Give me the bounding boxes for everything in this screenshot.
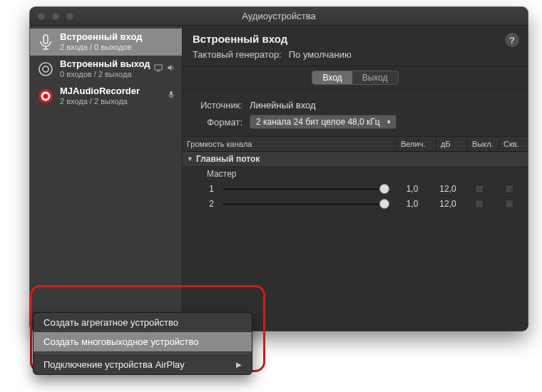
col-val: Велич. [397, 137, 436, 151]
channel-table-header: Громкость канала Велич. дБ Выкл. Скв. [183, 137, 528, 152]
titlebar[interactable]: Аудиоустройства [30, 7, 528, 26]
master-label: Мастер [207, 169, 237, 179]
val-2: 1,0 [392, 199, 432, 209]
sidebar: Встроенный вход 2 входа / 0 выходов Встр… [30, 26, 183, 331]
mute-checkbox-2[interactable] [475, 200, 484, 208]
detail-panel: Встроенный вход Тактовый генератор: По у… [183, 26, 528, 331]
tab-input[interactable]: Вход [312, 71, 352, 84]
audio-devices-window: Аудиоустройства Встроенный вход 2 входа … [30, 7, 528, 331]
menu-separator [34, 353, 252, 354]
io-tabs: Вход Выход [183, 66, 528, 90]
window-controls [37, 12, 74, 21]
window-title: Аудиоустройства [242, 11, 316, 21]
zoom-icon[interactable] [66, 12, 74, 21]
target-icon [37, 88, 54, 105]
channel-label: 1 [187, 184, 218, 194]
col-thru: Скв. [499, 137, 528, 151]
svg-point-9 [44, 94, 48, 99]
microphone-icon [37, 33, 54, 51]
device-list: Встроенный вход 2 входа / 0 выходов Встр… [30, 26, 182, 110]
channel-row-1: 1 1,0 12,0 [183, 182, 528, 197]
svg-point-3 [39, 63, 52, 76]
channel-table: ▼ Главный поток Мастер 1 1,0 12,0 2 [183, 152, 528, 212]
format-label: Формат: [193, 117, 242, 128]
stream-label: Главный поток [196, 154, 260, 164]
val-1: 1,0 [392, 184, 432, 194]
menu-create-multioutput[interactable]: Создать многовыходное устройство [34, 332, 252, 351]
add-device-menu: Создать агрегатное устройство Создать мн… [33, 312, 252, 375]
disclosure-icon[interactable]: ▼ [187, 155, 193, 163]
detail-title: Встроенный вход [193, 33, 518, 45]
format-select[interactable]: 2 канала 24 бит целое 48,0 кГц ▲▼ [250, 115, 397, 129]
master-row: Мастер [183, 167, 528, 182]
db-2: 12,0 [432, 199, 464, 209]
source-label: Источник: [193, 100, 242, 110]
source-value[interactable]: Линейный вход [250, 100, 316, 110]
device-name: Встроенный вход [60, 32, 142, 43]
channel-row-2: 2 1,0 12,0 [183, 197, 528, 212]
menu-create-aggregate[interactable]: Создать агрегатное устройство [34, 313, 252, 332]
slider-knob[interactable] [379, 199, 389, 209]
device-sub: 0 входов / 2 выхода [60, 70, 150, 79]
device-builtin-input[interactable]: Встроенный вход 2 входа / 0 выходов [30, 29, 182, 56]
col-name: Громкость канала [183, 137, 397, 151]
speaker-icon [37, 61, 54, 78]
content: Встроенный вход 2 входа / 0 выходов Встр… [30, 26, 528, 331]
svg-point-4 [43, 66, 48, 72]
slider-knob[interactable] [379, 184, 389, 194]
svg-rect-0 [44, 35, 48, 43]
db-1: 12,0 [432, 184, 464, 194]
minimize-icon[interactable] [51, 12, 60, 21]
device-name: Встроенный выход [60, 59, 150, 70]
device-builtin-output[interactable]: Встроенный выход 0 входов / 2 выхода [30, 56, 182, 83]
submenu-arrow-icon: ▶ [236, 361, 242, 368]
clock-value[interactable]: По умолчанию [289, 49, 352, 60]
channel-label: 2 [187, 199, 218, 209]
mute-checkbox-1[interactable] [475, 185, 484, 193]
close-icon[interactable] [37, 12, 46, 21]
stream-row[interactable]: ▼ Главный поток [183, 152, 528, 167]
help-button[interactable]: ? [505, 33, 519, 47]
device-sub: 2 входа / 0 выходов [60, 43, 142, 52]
thru-checkbox-2[interactable] [505, 200, 513, 208]
menu-airplay-label: Подключение устройства AirPlay [44, 359, 185, 370]
tab-output[interactable]: Выход [352, 71, 398, 84]
sound-icon [166, 63, 176, 76]
mic-indicator-icon [166, 90, 176, 103]
display-icon [153, 63, 163, 76]
col-db: дБ [436, 137, 468, 151]
menu-airplay[interactable]: Подключение устройства AirPlay ▶ [34, 355, 252, 374]
volume-slider-2[interactable] [218, 203, 392, 205]
col-mute: Выкл. [468, 137, 499, 151]
volume-slider-1[interactable] [218, 188, 392, 190]
device-sub: 2 входа / 2 выхода [60, 97, 140, 106]
device-name: MJAudioRecorder [60, 86, 140, 97]
device-mjaudiorecorder[interactable]: MJAudioRecorder 2 входа / 2 выхода [30, 83, 182, 110]
thru-checkbox-1[interactable] [505, 185, 513, 193]
format-value: 2 канала 24 бит целое 48,0 кГц [256, 117, 380, 127]
svg-rect-5 [155, 65, 163, 70]
clock-label: Тактовый генератор: [193, 49, 282, 60]
svg-rect-10 [170, 91, 173, 96]
